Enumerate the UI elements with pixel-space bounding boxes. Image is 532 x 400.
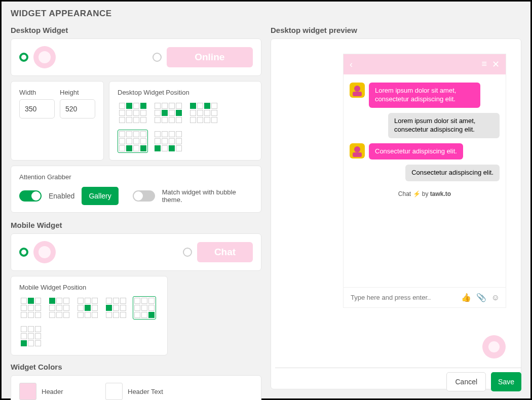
color-label: Header (42, 388, 63, 395)
chat-window: ‹ ≡ ✕ Lorem ipsum dolor sit amet, consec… (344, 54, 506, 307)
bubble-icon (33, 46, 56, 68)
widget-colors-label: Widget Colors (11, 363, 261, 371)
mobile-style-bar-radio[interactable] (183, 248, 192, 257)
color-swatch-item[interactable]: Header Text (105, 383, 176, 400)
width-label: Width (19, 89, 55, 96)
desktop-style-bubble-radio[interactable] (19, 53, 28, 62)
attachment-icon[interactable]: 📎 (476, 293, 486, 302)
visitor-message: Consectetur adispiscing elit. (405, 165, 500, 181)
color-swatch-item[interactable]: Header (19, 383, 90, 400)
mobile-widget-label: Mobile Widget (11, 221, 261, 229)
mobile-pos-option-2[interactable] (48, 296, 71, 319)
powered-by: Chat ⚡ by tawk.to (350, 190, 500, 197)
floating-bubble-icon[interactable] (482, 335, 506, 358)
preview-label: Desktop widget preview (271, 26, 521, 34)
desktop-pos-option-4[interactable] (118, 130, 148, 153)
mobile-position-card: Mobile Widget Position (11, 276, 168, 355)
mobile-pos-option-1[interactable] (19, 296, 43, 319)
thumbs-up-icon[interactable]: 👍 (461, 293, 471, 302)
agent-avatar (350, 83, 365, 98)
attention-enabled-toggle[interactable] (19, 190, 42, 202)
online-pill: Online (167, 47, 253, 67)
desktop-pos-option-2[interactable] (153, 101, 183, 125)
close-icon[interactable]: ✕ (492, 59, 500, 70)
attention-grabber-card: Attention Grabber Enabled Gallery Match … (11, 166, 261, 213)
divider (275, 368, 521, 368)
chat-input[interactable] (350, 293, 456, 302)
dimensions-card: Width Height (11, 81, 104, 161)
mobile-pos-option-6[interactable] (19, 325, 43, 348)
desktop-widget-style-card: Online (11, 38, 261, 76)
width-input[interactable] (19, 99, 55, 118)
agent-message: Consectetur adispiscing elit. (369, 143, 463, 160)
back-icon[interactable]: ‹ (350, 59, 353, 70)
desktop-style-bar-radio[interactable] (153, 53, 162, 62)
emoji-icon[interactable]: ☺ (491, 293, 500, 302)
height-label: Height (60, 89, 95, 96)
color-swatch[interactable] (19, 383, 36, 400)
match-theme-label: Match widget with bubble theme. (162, 188, 253, 204)
gallery-button[interactable]: Gallery (82, 187, 118, 205)
color-swatch[interactable] (105, 383, 123, 400)
attention-enabled-label: Enabled (49, 192, 74, 200)
mobile-widget-style-card: Chat (11, 233, 261, 271)
agent-message: Lorem ipsum dolor sit amet, consectetur … (369, 83, 480, 108)
cancel-button[interactable]: Cancel (446, 372, 486, 391)
bubble-icon (33, 241, 56, 263)
preview-area: ‹ ≡ ✕ Lorem ipsum dolor sit amet, consec… (271, 38, 521, 389)
height-input[interactable] (60, 99, 95, 118)
attention-grabber-label: Attention Grabber (19, 173, 253, 181)
mobile-style-bubble-radio[interactable] (19, 248, 28, 257)
lightning-icon: ⚡ (413, 190, 421, 197)
desktop-position-card: Desktop Widget Position (109, 81, 261, 161)
chat-pill: Chat (197, 242, 253, 262)
match-theme-toggle[interactable] (133, 190, 155, 202)
save-button[interactable]: Save (491, 372, 521, 391)
menu-icon[interactable]: ≡ (481, 59, 487, 70)
widget-colors-card: HeaderHeader TextAgent MessageAgent Text… (11, 375, 261, 400)
mobile-pos-option-4[interactable] (104, 296, 128, 319)
color-label: Header Text (128, 388, 163, 395)
page-title: WIDGET APPEARANCE (11, 9, 521, 19)
desktop-widget-label: Desktop Widget (11, 26, 261, 34)
desktop-pos-option-1[interactable] (118, 101, 148, 125)
mobile-pos-option-3[interactable] (76, 296, 99, 319)
desktop-position-label: Desktop Widget Position (118, 89, 253, 96)
chat-header: ‹ ≡ ✕ (344, 54, 506, 74)
desktop-pos-option-5[interactable] (153, 130, 183, 153)
mobile-pos-option-5[interactable] (133, 296, 156, 319)
mobile-position-label: Mobile Widget Position (19, 284, 159, 291)
desktop-pos-option-3[interactable] (188, 101, 219, 125)
agent-avatar (350, 143, 365, 158)
visitor-message: Lorem ipsum dolor sit amet, consectetur … (388, 113, 500, 138)
